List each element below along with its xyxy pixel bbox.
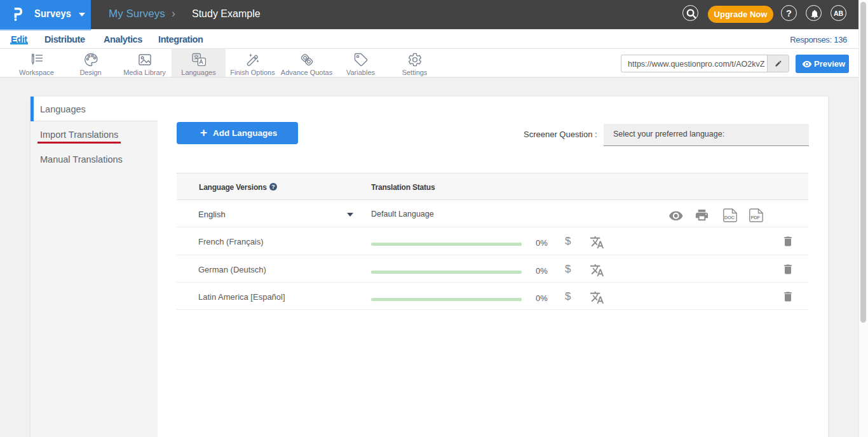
svg-text:PDF: PDF	[751, 215, 761, 220]
svg-text:DOC: DOC	[724, 215, 735, 220]
